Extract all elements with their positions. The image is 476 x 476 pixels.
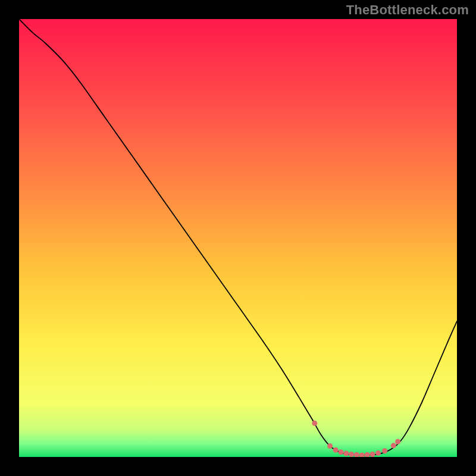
highlight-dot [333, 447, 339, 453]
plot-area [19, 19, 457, 457]
highlight-dot [349, 452, 354, 457]
highlight-dot [369, 452, 375, 457]
gradient-background [19, 19, 457, 457]
highlight-dot [382, 448, 387, 453]
highlight-dot [395, 439, 400, 444]
highlight-dot [338, 449, 343, 455]
highlight-dot [327, 443, 333, 449]
highlight-dot [391, 443, 396, 448]
watermark-text: TheBottleneck.com [346, 2, 469, 18]
chart-frame: TheBottleneck.com [0, 0, 476, 476]
highlight-dot [343, 451, 349, 456]
highlight-dot [312, 421, 317, 426]
highlight-dot [375, 450, 381, 456]
chart-svg [19, 19, 457, 457]
